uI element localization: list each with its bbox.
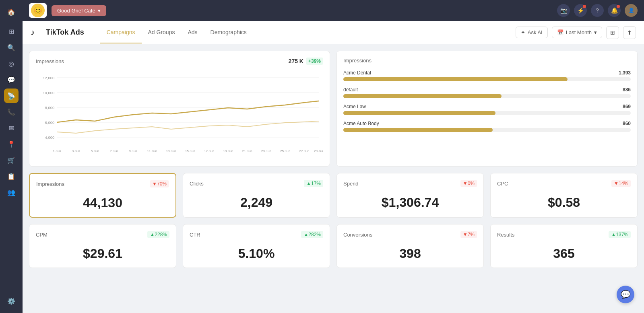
lightning-icon-btn[interactable]: ⚡: [574, 4, 587, 17]
help-icon-btn[interactable]: ?: [591, 4, 604, 17]
chart-trend: +39%: [306, 58, 323, 65]
metric-trend: ▲137%: [609, 231, 631, 238]
sidebar-item-chat[interactable]: 💬: [4, 72, 19, 87]
metric-label: Impressions: [36, 181, 64, 187]
metric-label: Results: [497, 232, 514, 238]
metric-card-ctr[interactable]: CTR ▲282% 5.10%: [183, 224, 330, 268]
bar-label: Acme Auto Body: [343, 121, 379, 126]
svg-text:29 Jun: 29 Jun: [314, 149, 323, 153]
impressions-bar-card: Impressions Acme Dental 1,393 default 88…: [336, 51, 638, 167]
sidebar-item-chart[interactable]: ◎: [4, 56, 19, 71]
bar-value: 869: [623, 104, 631, 109]
bar-label: Acme Law: [343, 104, 366, 109]
bar-item: default 886: [343, 87, 631, 98]
sidebar-item-phone[interactable]: 📞: [4, 105, 19, 119]
top-row: Impressions 275 K +39% 12,000 10,000: [29, 51, 638, 167]
sidebar-item-search[interactable]: 🔍: [4, 40, 19, 55]
sidebar-item-settings[interactable]: ⚙️: [4, 294, 19, 308]
sidebar-item-location[interactable]: 📍: [4, 137, 19, 151]
sidebar-item-home[interactable]: 🏠: [4, 5, 19, 19]
svg-text:1 Jun: 1 Jun: [53, 149, 61, 153]
main-area: 😊 Good Grief Cafe ▾ 📷 ⚡ ? 🔔 👤 ♪ TikTok A…: [23, 0, 644, 313]
metric-card-clicks[interactable]: Clicks ▲17% 2,249: [183, 173, 330, 218]
metric-label: CTR: [190, 232, 200, 238]
metric-trend: ▼7%: [460, 231, 477, 238]
svg-text:15 Jun: 15 Jun: [185, 149, 196, 153]
bell-icon-btn[interactable]: 🔔: [608, 4, 621, 17]
bar-track: [343, 111, 631, 115]
tab-ad-groups[interactable]: Ad Groups: [142, 22, 182, 43]
bar-track: [343, 128, 631, 132]
metric-value: $1,306.74: [343, 195, 477, 210]
metric-value: 398: [343, 246, 477, 261]
page-header: ♪ TikTok Ads Campaigns Ad Groups Ads Dem…: [23, 21, 644, 44]
svg-text:27 Jun: 27 Jun: [299, 149, 310, 153]
camera-icon-btn[interactable]: 📷: [557, 4, 570, 17]
tab-demographics[interactable]: Demographics: [204, 22, 253, 43]
svg-text:17 Jun: 17 Jun: [204, 149, 215, 153]
chart-value: 275 K +39%: [289, 58, 323, 65]
impressions-chart-card: Impressions 275 K +39% 12,000 10,000: [29, 51, 330, 167]
bar-item: Acme Dental 1,393: [343, 70, 631, 81]
bar-track: [343, 94, 631, 98]
tab-ads[interactable]: Ads: [181, 22, 204, 43]
sidebar-item-grid[interactable]: ⊞: [4, 24, 19, 39]
date-range-button[interactable]: 📅 Last Month ▾: [552, 27, 602, 38]
metric-label: CPM: [36, 232, 47, 238]
svg-text:10,000: 10,000: [43, 91, 54, 95]
top-bar: 😊 Good Grief Cafe ▾ 📷 ⚡ ? 🔔 👤: [23, 0, 644, 21]
chat-button[interactable]: 💬: [617, 286, 634, 303]
user-avatar[interactable]: 👤: [625, 4, 638, 17]
sidebar-item-shop[interactable]: 🛒: [4, 153, 19, 167]
svg-text:5 Jun: 5 Jun: [91, 149, 99, 153]
metric-trend: ▲282%: [301, 231, 323, 238]
metric-row-2: CPM ▲228% $29.61 CTR ▲282% 5.10% Convers…: [29, 224, 638, 268]
bar-fill: [343, 94, 502, 98]
metric-card-impressions[interactable]: Impressions ▼70% 44,130: [29, 173, 176, 218]
sidebar-item-email[interactable]: ✉: [4, 121, 19, 135]
ai-icon: ✦: [521, 29, 525, 35]
svg-text:12,000: 12,000: [43, 76, 54, 80]
sidebar-item-users[interactable]: 👥: [4, 185, 19, 200]
metric-label: CPC: [497, 181, 508, 187]
logo-box: 😊: [29, 3, 47, 18]
svg-text:9 Jun: 9 Jun: [129, 149, 137, 153]
bar-items: Acme Dental 1,393 default 886 Acme Law 8…: [343, 70, 631, 132]
sidebar-item-docs[interactable]: 📋: [4, 169, 19, 183]
tab-campaigns[interactable]: Campaigns: [100, 22, 142, 43]
metric-trend: ▲228%: [147, 231, 169, 238]
notification-badge: [583, 5, 586, 8]
metric-card-conversions[interactable]: Conversions ▼7% 398: [336, 224, 484, 268]
ask-ai-button[interactable]: ✦ Ask AI: [516, 27, 548, 38]
metric-trend: ▼70%: [150, 180, 169, 187]
svg-text:4,000: 4,000: [45, 136, 55, 140]
chevron-down-icon: ▾: [594, 29, 597, 35]
metric-card-cpm[interactable]: CPM ▲228% $29.61: [29, 224, 176, 268]
bar-value: 886: [623, 87, 631, 93]
bar-fill: [343, 77, 568, 81]
metric-value: 2,249: [190, 195, 323, 210]
app-name-button[interactable]: Good Grief Cafe ▾: [52, 5, 106, 16]
dropdown-icon: ▾: [98, 8, 101, 14]
header-actions: ✦ Ask AI 📅 Last Month ▾ ⊞ ⬆: [516, 26, 636, 39]
metric-card-cpc[interactable]: CPC ▼14% $0.58: [490, 173, 638, 218]
svg-text:21 Jun: 21 Jun: [242, 149, 252, 153]
bar-value: 1,393: [619, 70, 631, 76]
metric-row-1: Impressions ▼70% 44,130 Clicks ▲17% 2,24…: [29, 173, 638, 218]
chart-title: Impressions: [36, 58, 64, 64]
svg-text:6,000: 6,000: [45, 121, 55, 125]
columns-button[interactable]: ⊞: [606, 26, 619, 39]
metric-card-spend[interactable]: Spend ▼0% $1,306.74: [336, 173, 484, 218]
page-title: TikTok Ads: [46, 28, 84, 37]
chart-header: Impressions 275 K +39%: [36, 58, 323, 65]
top-bar-icons: 📷 ⚡ ? 🔔 👤: [557, 4, 638, 17]
svg-text:11 Jun: 11 Jun: [147, 149, 157, 153]
svg-text:13 Jun: 13 Jun: [166, 149, 176, 153]
bar-label: default: [343, 87, 358, 93]
share-button[interactable]: ⬆: [623, 26, 636, 39]
svg-text:7 Jun: 7 Jun: [110, 149, 118, 153]
sidebar-item-analytics[interactable]: 📡: [4, 89, 19, 103]
metric-trend: ▲17%: [304, 180, 323, 187]
metric-card-results[interactable]: Results ▲137% 365: [490, 224, 638, 268]
bar-label: Acme Dental: [343, 70, 371, 76]
